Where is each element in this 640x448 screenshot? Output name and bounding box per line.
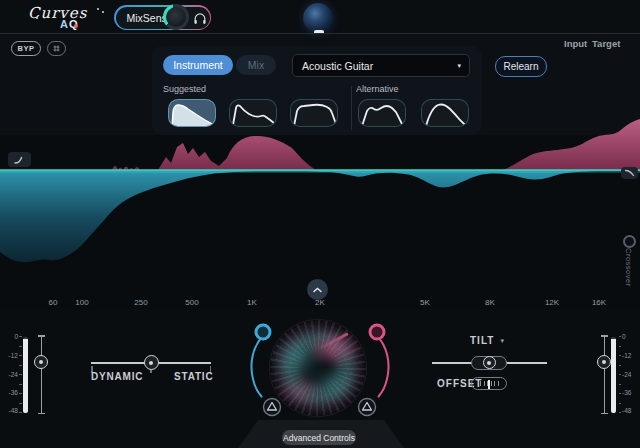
- target-label[interactable]: Target: [592, 38, 620, 49]
- band-threshold-arcs: [240, 315, 400, 420]
- db-scale-label: -12: [3, 352, 18, 360]
- threshold-button-right[interactable]: [359, 399, 376, 416]
- freq-label: 60: [49, 298, 58, 307]
- crossover-label: Crossover: [624, 248, 633, 287]
- tab-instrument[interactable]: Instrument: [163, 55, 233, 75]
- chevron-down-icon: ▾: [457, 62, 461, 70]
- freq-label: 12K: [545, 298, 559, 307]
- freq-label: 5K: [420, 298, 430, 307]
- offset-scrubber[interactable]: [471, 377, 507, 390]
- plugin-window: Curves AQ MixSense BYP Input Target Inst…: [0, 0, 640, 448]
- input-label[interactable]: Input: [564, 38, 587, 49]
- gain-slider-knob-right[interactable]: [597, 355, 611, 369]
- dynamic-label: DYNAMIC: [91, 371, 143, 382]
- db-scale-label: -12: [622, 352, 637, 360]
- mixsense-knob-face: [166, 7, 186, 27]
- db-scale-label: 0: [622, 333, 637, 341]
- preset-dropdown-value: Acoustic Guitar: [302, 60, 457, 72]
- relearn-button[interactable]: Relearn: [495, 56, 547, 77]
- freq-label: 2K: [315, 298, 325, 307]
- db-scale-label: -36: [622, 389, 637, 397]
- db-scale-label: -48: [622, 407, 637, 415]
- freq-label: 16K: [592, 298, 606, 307]
- tilt-dropdown[interactable]: TILT ▾: [470, 335, 504, 346]
- tilt-slider-knob[interactable]: [483, 356, 496, 369]
- low-shelf-icon[interactable]: [8, 152, 31, 167]
- freq-label: 500: [185, 298, 198, 307]
- alternative-label: Alternative: [356, 84, 399, 94]
- bypass-button[interactable]: BYP: [11, 41, 41, 56]
- pink-band-arc[interactable]: [377, 336, 389, 397]
- high-shelf-icon[interactable]: [621, 167, 638, 179]
- input-spectrum-blue: [0, 170, 640, 262]
- gain-range-meter-right: [611, 337, 616, 413]
- logo-dot: [97, 8, 99, 10]
- crossover-toggle[interactable]: [623, 235, 636, 248]
- logo-dot: [36, 17, 38, 19]
- gain-slider-knob-left[interactable]: [34, 355, 48, 369]
- freq-label: 250: [134, 298, 147, 307]
- threshold-button-left[interactable]: [264, 399, 281, 416]
- tab-mix[interactable]: Mix: [236, 55, 276, 75]
- suggested-label: Suggested: [163, 84, 206, 94]
- header-divider: [0, 33, 640, 34]
- db-scale-ticks: [19, 336, 22, 413]
- preset-dropdown[interactable]: Acoustic Guitar ▾: [292, 54, 470, 77]
- blue-band-knob[interactable]: [256, 325, 270, 339]
- chevron-up-icon[interactable]: [307, 279, 328, 300]
- mixsense-knob[interactable]: [163, 4, 189, 30]
- db-scale-label: -24: [622, 371, 637, 379]
- db-scale-ticks: [619, 336, 622, 413]
- gain-range-meter-left: [23, 337, 28, 413]
- static-label: STATIC: [174, 371, 213, 382]
- freq-label: 1K: [247, 298, 257, 307]
- gain-slider-track-right[interactable]: [604, 336, 606, 413]
- db-scale-label: -24: [3, 371, 18, 379]
- pink-band-knob[interactable]: [370, 325, 384, 339]
- tilt-label: TILT: [470, 335, 494, 346]
- logo-q-dot: [74, 24, 78, 28]
- blue-band-arc[interactable]: [251, 336, 263, 397]
- mixsense-inner: MixSense: [116, 7, 210, 29]
- mixsense-toggle[interactable]: MixSense: [114, 5, 211, 30]
- orb-icon[interactable]: [303, 3, 333, 33]
- db-scale-label: 0: [3, 333, 18, 341]
- target-spectrum-pink: [112, 119, 640, 170]
- logo-dot: [102, 11, 104, 13]
- headphones-icon[interactable]: [193, 12, 207, 30]
- gain-slider-track-left[interactable]: [41, 336, 43, 413]
- db-scale-label: -48: [3, 407, 18, 415]
- dynamic-static-knob[interactable]: [144, 355, 159, 370]
- advanced-controls-button[interactable]: Advanced Controls: [282, 430, 356, 445]
- grid-icon[interactable]: [47, 41, 66, 56]
- freq-label: 100: [75, 298, 88, 307]
- chevron-down-icon: ▾: [500, 337, 504, 345]
- db-scale-label: -36: [3, 389, 18, 397]
- freq-label: 8K: [485, 298, 495, 307]
